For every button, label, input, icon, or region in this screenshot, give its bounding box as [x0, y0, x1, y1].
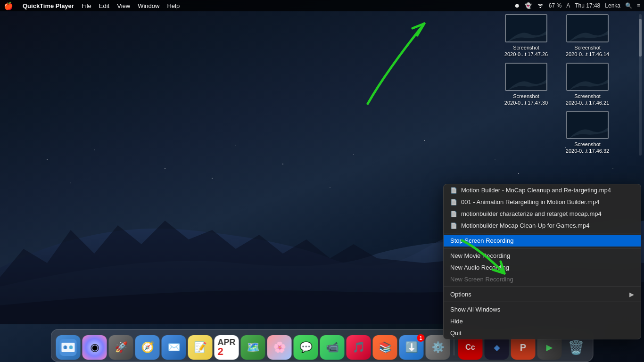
calendar-icon-glyph: APR2: [217, 338, 235, 357]
dock-item-appstore[interactable]: ⬇️ 1: [399, 335, 424, 360]
music-icon-glyph: 🎵: [352, 341, 365, 354]
show-windows-label: Show All Windows: [450, 306, 500, 313]
desktop-icon-screenshot-4[interactable]: Screenshot2020-0...t 17.46.21: [559, 63, 616, 107]
svg-point-10: [70, 182, 71, 183]
submenu-arrow-icon: ▶: [629, 291, 634, 298]
desktop-icon-screenshot-5[interactable]: Screenshot2020-0...t 17.46.32: [559, 111, 616, 155]
svg-point-3: [235, 145, 236, 145]
dock-item-maps[interactable]: 🗺️: [241, 335, 265, 360]
screenshot-label-3: Screenshot2020-0...t 17.47.30: [504, 93, 548, 107]
context-menu-item-file-2[interactable]: 📄 001 - Animation Retargetting in Motion…: [444, 196, 641, 208]
menu-file[interactable]: File: [82, 2, 91, 9]
icons-scrollbar[interactable]: [639, 14, 642, 156]
file-icon-1: 📄: [450, 187, 457, 194]
menu-view[interactable]: View: [117, 2, 130, 9]
photos-icon-glyph: 🌸: [273, 341, 286, 354]
dock-item-notes[interactable]: 📝: [188, 335, 213, 360]
screenshot-label-4: Screenshot2020-0...t 17.46.21: [566, 93, 609, 107]
screenshot-label-2: Screenshot2020-0...t 17.46.14: [566, 44, 609, 58]
dock-item-safari[interactable]: 🧭: [135, 335, 160, 360]
appstore-badge: 1: [417, 334, 425, 342]
desktop-icon-screenshot-3[interactable]: Screenshot2020-0...t 17.47.30: [498, 63, 554, 107]
creative-cloud-icon-glyph: Cc: [465, 343, 475, 352]
desktop: 🍎 QuickTime Player File Edit View Window…: [0, 0, 644, 362]
file-icon-2: 📄: [450, 199, 457, 206]
context-menu-item-file-3[interactable]: 📄 motionbuilder characterize and retarge…: [444, 208, 641, 220]
menu-help[interactable]: Help: [167, 2, 180, 9]
wifi-icon: [537, 2, 544, 9]
notification-center-icon[interactable]: ≡: [637, 2, 640, 9]
dock-item-facetime[interactable]: 📹: [320, 335, 345, 360]
file-icon-4: 📄: [450, 222, 457, 229]
ghost-icon: 👻: [525, 2, 532, 9]
menu-window[interactable]: Window: [138, 2, 159, 9]
scrollbar-thumb: [639, 19, 642, 57]
file-icon-3: 📄: [450, 211, 457, 217]
screenshot-thumbnail-1: [505, 14, 547, 42]
screenshot-thumbnail-4: [566, 63, 609, 91]
dock-item-messages[interactable]: 💬: [294, 335, 318, 360]
facetime-icon-glyph: 📹: [326, 341, 339, 354]
powerpoint-icon-glyph: P: [520, 342, 526, 353]
svg-point-13: [518, 173, 519, 174]
sysprefs-icon-glyph: ⚙️: [431, 341, 444, 354]
context-menu-label-file-1: Motion Builder - MoCap Cleanup and Re-ta…: [461, 187, 611, 194]
menubar-right: ⏺ 👻 67 % A Thu 17:48 Lenka 🔍 ≡: [514, 2, 640, 9]
desktop-icons-area: Screenshot2020-0...t 17.47.26 Screenshot…: [498, 14, 616, 155]
dock-item-books[interactable]: 📚: [373, 335, 397, 360]
svg-point-0: [47, 159, 48, 160]
context-menu-hide[interactable]: Hide: [444, 315, 641, 327]
messages-icon-glyph: 💬: [299, 341, 312, 354]
separator-4: [444, 302, 641, 302]
annotation-arrow-1: [330, 14, 448, 110]
maps-icon-glyph: 🗺️: [247, 341, 259, 354]
annotation-arrow-2: [453, 231, 523, 289]
context-menu-options[interactable]: Options ▶: [444, 288, 641, 300]
context-menu-item-file-1[interactable]: 📄 Motion Builder - MoCap Cleanup and Re-…: [444, 184, 641, 196]
context-menu-item-file-4[interactable]: 📄 Motionbuilder Mocap Clean-Up for Games…: [444, 220, 641, 231]
desktop-icon-screenshot-2[interactable]: Screenshot2020-0...t 17.46.14: [559, 14, 616, 58]
user-name: Lenka: [605, 2, 620, 9]
books-icon-glyph: 📚: [379, 341, 391, 354]
app-name[interactable]: QuickTime Player: [23, 2, 74, 9]
menubar: 🍎 QuickTime Player File Edit View Window…: [0, 0, 644, 11]
svg-point-12: [330, 187, 330, 188]
trash-icon-glyph: 🗑️: [568, 340, 584, 355]
desktop-icon-screenshot-1[interactable]: Screenshot2020-0...t 17.47.26: [498, 14, 554, 58]
context-menu-quit[interactable]: Quit: [444, 327, 641, 339]
mail-icon-glyph: ✉️: [167, 341, 180, 354]
svg-point-6: [424, 140, 425, 141]
appstore-icon-glyph: ⬇️: [405, 341, 418, 354]
screenshot-label-1: Screenshot2020-0...t 17.47.26: [504, 44, 548, 58]
options-label: Options: [450, 291, 626, 298]
dock-item-finder[interactable]: [56, 335, 81, 360]
svg-point-4: [282, 164, 283, 165]
battery-status: 67 %: [549, 2, 561, 9]
launchpad-icon-glyph: 🚀: [115, 341, 127, 354]
svg-point-5: [353, 154, 354, 155]
menu-edit[interactable]: Edit: [99, 2, 109, 9]
svg-point-9: [612, 168, 613, 169]
svg-point-7: [495, 159, 495, 159]
dock-item-launchpad[interactable]: 🚀: [109, 335, 133, 360]
context-menu-show-windows[interactable]: Show All Windows: [444, 304, 641, 315]
apple-menu[interactable]: 🍎: [4, 1, 13, 10]
dock-item-photos[interactable]: 🌸: [267, 335, 292, 360]
iterm-icon-glyph: ▶: [546, 342, 553, 353]
screenshot-label-5: Screenshot2020-0...t 17.46.32: [566, 141, 609, 155]
cc2-icon-glyph: ◆: [494, 343, 500, 352]
svg-point-2: [165, 168, 165, 169]
quit-label: Quit: [450, 329, 462, 337]
dock-item-siri[interactable]: ◉: [83, 335, 107, 360]
dock-divider: [454, 337, 454, 355]
screenshot-thumbnail-2: [566, 14, 609, 42]
screenshot-thumbnail-5: [566, 111, 609, 139]
dock-item-music[interactable]: 🎵: [347, 335, 371, 360]
input-source: A: [566, 2, 570, 9]
dock-item-mail[interactable]: ✉️: [162, 335, 186, 360]
spotlight-icon[interactable]: 🔍: [625, 2, 632, 9]
safari-icon-glyph: 🧭: [141, 341, 154, 354]
dock-item-calendar[interactable]: APR2: [215, 335, 239, 360]
context-menu-label-file-4: Motionbuilder Mocap Clean-Up for Games.m…: [461, 222, 589, 229]
siri-icon-glyph: ◉: [90, 341, 99, 354]
